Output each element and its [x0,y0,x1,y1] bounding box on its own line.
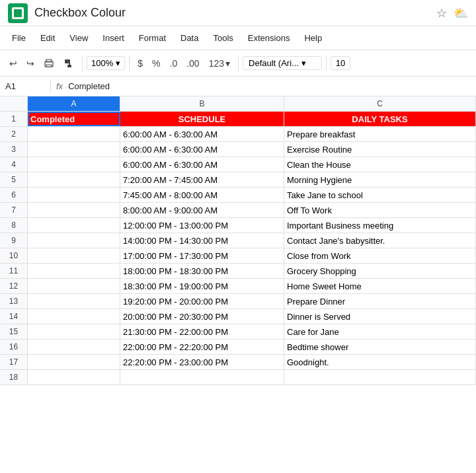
menu-file[interactable]: File [5,30,32,46]
cell-a12[interactable] [28,279,120,293]
paint-format-button[interactable] [60,55,78,71]
cell-b14[interactable]: 20:00:00 PM - 20:30:00 PM [120,309,284,324]
cell-a2[interactable] [28,127,120,141]
row-num-10[interactable]: 10 [0,248,28,263]
cell-b5[interactable]: 7:20:00 AM - 7:45:00 AM [120,172,284,187]
star-icon[interactable]: ☆ [436,6,447,20]
font-size-box[interactable]: 10 [331,56,350,70]
cell-a10[interactable] [28,248,120,263]
cell-a6[interactable] [28,188,120,202]
row-num-11[interactable]: 11 [0,264,28,278]
cell-c6[interactable]: Take Jane to school [284,188,476,202]
redo-button[interactable]: ↪ [22,55,38,71]
cell-b18[interactable] [120,370,284,384]
cell-b13[interactable]: 19:20:00 PM - 20:00:00 PM [120,294,284,309]
cell-a1[interactable]: Completed [28,112,120,126]
row-num-9[interactable]: 9 [0,233,28,248]
row-num-16[interactable]: 16 [0,340,28,354]
col-header-c[interactable]: C [284,96,476,111]
cell-c16[interactable]: Bedtime shower [284,340,476,354]
percent-button[interactable]: % [148,55,164,71]
row-num-17[interactable]: 17 [0,355,28,369]
currency-button[interactable]: $ [134,55,147,71]
menu-extensions[interactable]: Extensions [241,30,297,46]
cell-c13[interactable]: Prepare Dinner [284,294,476,309]
cell-c10[interactable]: Close from Work [284,248,476,263]
menu-format[interactable]: Format [132,30,173,46]
cell-a14[interactable] [28,309,120,324]
cell-a7[interactable] [28,203,120,217]
cell-b9[interactable]: 14:00:00 PM - 14:30:00 PM [120,233,284,248]
cell-c12[interactable]: Home Sweet Home [284,279,476,293]
decimal-decrease-button[interactable]: .0 [166,55,182,71]
row-num-13[interactable]: 13 [0,294,28,309]
cell-b3[interactable]: 6:00:00 AM - 6:30:00 AM [120,142,284,157]
row-num-7[interactable]: 7 [0,203,28,217]
row-num-8[interactable]: 8 [0,218,28,233]
cell-c1[interactable]: DAILY TASKS [284,112,476,126]
cell-reference-input[interactable] [5,81,45,91]
cell-b4[interactable]: 6:00:00 AM - 6:30:00 AM [120,157,284,172]
decimal-increase-button[interactable]: .00 [182,55,203,71]
cell-a18[interactable] [28,370,120,384]
print-button[interactable] [40,55,58,71]
cell-c15[interactable]: Care for Jane [284,324,476,339]
cell-a16[interactable] [28,340,120,354]
cell-a11[interactable] [28,264,120,278]
menu-insert[interactable]: Insert [96,30,131,46]
row-num-2[interactable]: 2 [0,127,28,141]
menu-help[interactable]: Help [298,30,329,46]
cell-b16[interactable]: 22:00:00 PM - 22:20:00 PM [120,340,284,354]
cell-b11[interactable]: 18:00:00 PM - 18:30:00 PM [120,264,284,278]
row-num-12[interactable]: 12 [0,279,28,293]
menu-tools[interactable]: Tools [206,30,239,46]
cell-b7[interactable]: 8:00:00 AM - 9:00:00 AM [120,203,284,217]
cell-b10[interactable]: 17:00:00 PM - 17:30:00 PM [120,248,284,263]
cloud-icon[interactable]: ⛅ [454,6,468,20]
cell-c7[interactable]: Off To Work [284,203,476,217]
menu-edit[interactable]: Edit [34,30,61,46]
row-num-6[interactable]: 6 [0,188,28,202]
cell-a8[interactable] [28,218,120,233]
row-num-5[interactable]: 5 [0,172,28,187]
cell-c3[interactable]: Exercise Routine [284,142,476,157]
number-format-button[interactable]: 123 ▾ [205,55,234,71]
col-header-a[interactable]: A [28,96,120,111]
cell-a15[interactable] [28,324,120,339]
cell-a3[interactable] [28,142,120,157]
cell-c5[interactable]: Morning Hygiene [284,172,476,187]
cell-c17[interactable]: Goodnight. [284,355,476,369]
cell-b15[interactable]: 21:30:00 PM - 22:00:00 PM [120,324,284,339]
cell-b12[interactable]: 18:30:00 PM - 19:00:00 PM [120,279,284,293]
row-num-18[interactable]: 18 [0,370,28,384]
col-header-b[interactable]: B [120,96,284,111]
cell-b1[interactable]: SCHEDULE [120,112,284,126]
cell-c11[interactable]: Grocery Shopping [284,264,476,278]
cell-b6[interactable]: 7:45:00 AM - 8:00:00 AM [120,188,284,202]
cell-b8[interactable]: 12:00:00 PM - 13:00:00 PM [120,218,284,233]
row-num-15[interactable]: 15 [0,324,28,339]
row-num-14[interactable]: 14 [0,309,28,324]
cell-b17[interactable]: 22:20:00 PM - 23:00:00 PM [120,355,284,369]
cell-c14[interactable]: Dinner is Served [284,309,476,324]
row-num-1[interactable]: 1 [0,112,28,126]
menu-view[interactable]: View [63,30,95,46]
cell-a17[interactable] [28,355,120,369]
row-num-4[interactable]: 4 [0,157,28,172]
zoom-selector[interactable]: 100% ▾ [87,56,125,70]
menu-data[interactable]: Data [174,30,205,46]
formula-input[interactable] [68,81,471,91]
cell-a4[interactable] [28,157,120,172]
cell-c18[interactable] [284,370,476,384]
cell-a5[interactable] [28,172,120,187]
undo-button[interactable]: ↩ [5,55,21,71]
row-num-3[interactable]: 3 [0,142,28,157]
cell-a9[interactable] [28,233,120,248]
cell-b2[interactable]: 6:00:00 AM - 6:30:00 AM [120,127,284,141]
cell-c9[interactable]: Contact Jane's babysitter. [284,233,476,248]
cell-c8[interactable]: Important Business meeting [284,218,476,233]
font-selector[interactable]: Default (Ari... ▾ [243,56,322,70]
cell-a13[interactable] [28,294,120,309]
cell-c2[interactable]: Prepare breakfast [284,127,476,141]
cell-c4[interactable]: Clean the House [284,157,476,172]
